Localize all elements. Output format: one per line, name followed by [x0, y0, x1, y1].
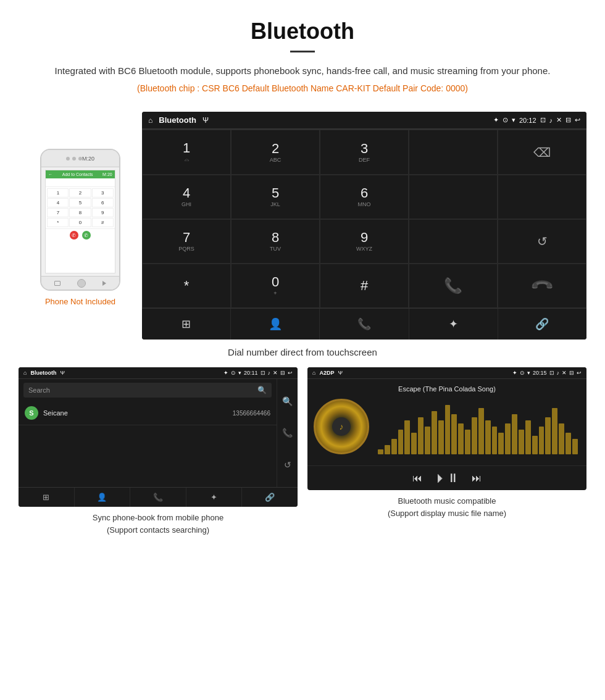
phonebook-side-icons: 🔍 📞 ↺ — [277, 379, 298, 487]
pb-title: Bluetooth — [30, 370, 56, 376]
close-icon[interactable]: ✕ — [556, 116, 562, 124]
play-pause-button[interactable]: ⏵⏸ — [435, 471, 459, 485]
phone-key-7[interactable]: 7 — [47, 208, 69, 217]
ms-time: 20:15 — [533, 370, 547, 376]
eq-bar — [418, 417, 424, 454]
prev-track-button[interactable]: ⏮ — [412, 473, 422, 484]
pb-usb-icon: Ψ — [60, 370, 65, 376]
phone-not-included-label: Phone Not Included — [45, 297, 115, 306]
bottom-link[interactable]: 🔗 — [498, 309, 586, 340]
eq-bar — [478, 408, 484, 454]
search-icon[interactable]: 🔍 — [257, 386, 267, 394]
eq-bar — [472, 417, 477, 454]
ms-win-icon: ⊟ — [569, 370, 574, 376]
pb-bottom-recent[interactable]: 📞 — [130, 488, 186, 507]
phonebook-status-bar: ⌂ Bluetooth Ψ ✦ ⊙ ▾ 20:11 ⊡ ♪ ✕ ⊟ ↩ — [19, 367, 298, 379]
phone-key-1[interactable]: 1 — [47, 188, 69, 198]
dial-display — [409, 130, 498, 175]
phone-key-0[interactable]: 0 — [69, 218, 91, 227]
page-specs: (Bluetooth chip : CSR BC6 Default Blueto… — [37, 83, 568, 93]
phone-keypad: 1 2 3 4 5 6 7 8 9 * 0 # — [46, 187, 114, 228]
music-disc: ♪ — [314, 399, 369, 454]
bottom-recent[interactable]: 📞 — [320, 309, 409, 340]
dial-key-7[interactable]: 7 PQRS — [142, 219, 231, 264]
phone-key-5[interactable]: 5 — [69, 198, 91, 207]
eq-bar — [411, 433, 417, 454]
bluetooth-status-icon: ✦ — [493, 116, 499, 124]
dial-key-1[interactable]: 1 ⌓ — [142, 130, 231, 175]
location-icon: ⊙ — [503, 116, 508, 124]
contact-name: Seicane — [43, 409, 233, 417]
bottom-bluetooth[interactable]: ✦ — [409, 309, 498, 340]
dial-key-4[interactable]: 4 GHI — [142, 175, 231, 219]
camera-icon[interactable]: ⊡ — [540, 116, 546, 124]
pb-cam-icon: ⊡ — [261, 370, 265, 376]
phone-key-8[interactable]: 8 — [69, 208, 91, 217]
next-track-button[interactable]: ⏭ — [472, 473, 482, 484]
pb-bottom-link[interactable]: 🔗 — [242, 488, 298, 507]
eq-bar — [458, 423, 464, 454]
search-placeholder: Search — [28, 386, 50, 394]
main-caption: Dial number direct from touchscreen — [0, 347, 605, 357]
dial-key-8[interactable]: 8 TUV — [231, 219, 320, 264]
phone-key-hash[interactable]: # — [92, 218, 114, 227]
eq-bar — [492, 427, 498, 454]
bottom-contacts[interactable]: 👤 — [231, 309, 320, 340]
ms-close-icon: ✕ — [562, 370, 567, 376]
dial-key-0[interactable]: 0 + — [231, 264, 320, 308]
dial-key-6[interactable]: 6 MNO — [320, 175, 409, 219]
phonebook-caption: Sync phone-book from mobile phone (Suppo… — [19, 512, 298, 536]
contact-avatar: S — [25, 406, 38, 420]
dial-empty-1 — [409, 175, 498, 219]
dial-backspace[interactable]: ⌫ — [498, 130, 586, 175]
phone-image: M:20 ← Add to ContactsM:20 1 2 3 4 5 6 7 — [40, 149, 120, 291]
pb-vol-icon: ♪ — [268, 370, 271, 376]
eq-bar — [385, 445, 390, 454]
dial-key-hash[interactable]: # — [320, 264, 409, 308]
phone-key-2[interactable]: 2 — [69, 188, 91, 198]
ms-cam-icon: ⊡ — [549, 370, 554, 376]
phone-key-star[interactable]: * — [47, 218, 69, 227]
dial-key-3[interactable]: 3 DEF — [320, 130, 409, 175]
phone-key-6[interactable]: 6 — [92, 198, 114, 207]
pb-bt-icon: ✦ — [223, 370, 228, 376]
pb-back-icon: ↩ — [288, 370, 293, 376]
pb-side-call[interactable]: 📞 — [282, 428, 293, 438]
pb-bottom-contacts[interactable]: 👤 — [75, 488, 131, 507]
page-description: Integrated with BC6 Bluetooth module, su… — [37, 64, 568, 78]
pb-side-search[interactable]: 🔍 — [282, 396, 293, 406]
home-icon[interactable]: ⌂ — [148, 116, 152, 125]
window-icon[interactable]: ⊟ — [565, 116, 571, 124]
phone-key-3[interactable]: 3 — [92, 188, 114, 198]
eq-bar — [552, 408, 557, 454]
screen-title: Bluetooth — [159, 115, 196, 125]
pb-bottom-keypad[interactable]: ⊞ — [19, 488, 75, 507]
pb-home-icon[interactable]: ⌂ — [23, 370, 27, 376]
dial-key-star[interactable]: * — [142, 264, 231, 308]
ms-home-icon[interactable]: ⌂ — [312, 370, 315, 376]
contact-row[interactable]: S Seicane 13566664466 — [19, 401, 277, 425]
volume-icon[interactable]: ♪ — [549, 117, 553, 124]
dial-redial[interactable]: ↺ — [498, 219, 586, 264]
search-bar[interactable]: Search 🔍 — [23, 383, 272, 398]
pb-sig-icon: ▾ — [238, 370, 241, 376]
ms-sig-icon: ▾ — [527, 370, 530, 376]
music-disc-center: ♪ — [332, 417, 351, 436]
dial-key-2[interactable]: 2 ABC — [231, 130, 320, 175]
back-icon[interactable]: ↩ — [575, 116, 580, 124]
eq-bar — [565, 433, 571, 454]
dial-call-button[interactable]: 📞 — [409, 264, 498, 308]
dial-end-button[interactable]: 📞 — [498, 264, 586, 308]
phone-screen: ← Add to ContactsM:20 1 2 3 4 5 6 7 8 9 … — [45, 170, 115, 273]
eq-bar — [498, 433, 504, 454]
phone-key-9[interactable]: 9 — [92, 208, 114, 217]
pb-bottom-bluetooth[interactable]: ✦ — [186, 488, 243, 507]
music-caption: Bluetooth music compatible (Support disp… — [307, 495, 586, 519]
bottom-keypad[interactable]: ⊞ — [142, 309, 231, 340]
pb-side-refresh[interactable]: ↺ — [284, 460, 291, 470]
music-status-left: ⌂ A2DP Ψ — [312, 370, 343, 376]
phonebook-layout: Search 🔍 S Seicane 13566664466 🔍 📞 ↺ — [19, 379, 298, 487]
phone-key-4[interactable]: 4 — [47, 198, 69, 207]
dial-key-5[interactable]: 5 JKL — [231, 175, 320, 219]
dial-key-9[interactable]: 9 WXYZ — [320, 219, 409, 264]
